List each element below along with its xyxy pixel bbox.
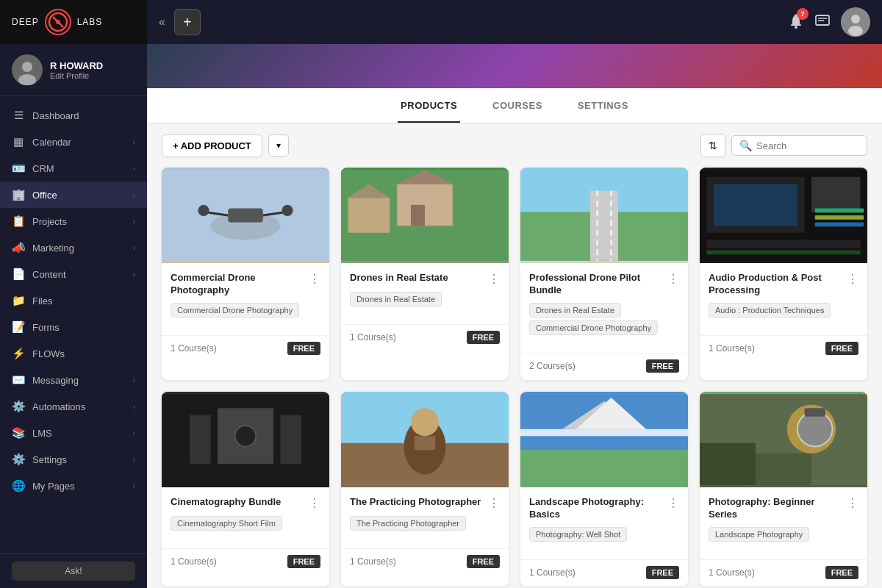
sidebar-item-messaging[interactable]: ✉️ Messaging ›: [0, 367, 147, 393]
svg-point-42: [235, 426, 257, 447]
chevron-right-icon: ›: [133, 403, 135, 411]
logo-text-right: LABS: [77, 17, 103, 27]
courses-count: 1 Course(s): [350, 332, 396, 343]
product-menu-button[interactable]: ⋮: [842, 272, 858, 286]
sidebar-item-marketing[interactable]: 📣 Marketing ›: [0, 234, 147, 261]
user-avatar-button[interactable]: [841, 7, 870, 37]
sidebar-item-label: Content: [32, 269, 66, 280]
chevron-right-icon: ›: [133, 270, 135, 279]
edit-profile-link[interactable]: Edit Profile: [50, 71, 103, 80]
chevron-right-icon: ›: [133, 456, 135, 464]
svg-point-46: [411, 408, 439, 436]
sidebar-item-office[interactable]: 🏢 Office ›: [0, 182, 147, 208]
svg-rect-36: [707, 240, 861, 248]
product-image: [162, 392, 329, 487]
tab-courses[interactable]: COURSES: [490, 90, 545, 123]
product-menu-button[interactable]: ⋮: [304, 496, 320, 510]
svg-point-57: [797, 412, 833, 447]
sidebar-item-projects[interactable]: 📋 Projects ›: [0, 208, 147, 234]
product-card: Photography: Beginner Series ⋮ Landscape…: [700, 392, 867, 587]
svg-point-6: [795, 26, 797, 29]
sidebar-item-lms[interactable]: 📚 LMS ›: [0, 420, 147, 446]
mypages-icon: 🌐: [12, 479, 25, 492]
card-footer: 1 Course(s) FREE: [162, 335, 329, 362]
courses-count: 1 Course(s): [709, 567, 755, 578]
card-body: Professional Drone Pilot Bundle ⋮ Drones…: [520, 263, 688, 347]
product-card: Cinematography Bundle ⋮ Cinematography S…: [162, 392, 329, 587]
sidebar-item-settings[interactable]: ⚙️ Settings ›: [0, 446, 147, 473]
product-tags: The Practicing Photographer: [350, 516, 500, 534]
product-card: Landscape Photography: Basics ⋮ Photogra…: [520, 392, 688, 587]
product-tags: Drones in Real Estate: [350, 292, 500, 309]
filter-button[interactable]: ⇅: [700, 134, 725, 157]
sidebar-item-label: Forms: [32, 322, 60, 333]
svg-rect-56: [756, 453, 811, 485]
sidebar-item-label: Office: [32, 190, 57, 201]
product-tag: Drones in Real Estate: [529, 303, 621, 318]
products-area: PRODUCTS COURSES SETTINGS + ADD PRODUCT …: [147, 88, 882, 588]
svg-rect-22: [348, 198, 390, 233]
office-icon: 🏢: [12, 188, 25, 201]
svg-point-17: [282, 205, 293, 216]
chevron-right-icon: ›: [133, 376, 135, 384]
svg-point-4: [22, 62, 32, 72]
sidebar-item-content[interactable]: 📄 Content ›: [0, 261, 147, 287]
automations-icon: ⚙️: [12, 400, 25, 413]
messages-button[interactable]: [814, 12, 831, 32]
add-product-label: + ADD PRODUCT: [173, 140, 251, 151]
collapse-sidebar-button[interactable]: «: [159, 15, 165, 29]
product-menu-button[interactable]: ⋮: [842, 496, 858, 510]
sidebar-item-dashboard[interactable]: ☰ Dashboard: [0, 102, 147, 129]
free-badge: FREE: [287, 555, 320, 568]
courses-count: 2 Course(s): [529, 361, 576, 371]
product-tags: Photography: Well Shot: [529, 527, 679, 545]
sidebar-item-flows[interactable]: ⚡ FLOWs: [0, 340, 147, 367]
card-body: Photography: Beginner Series ⋮ Landscape…: [700, 487, 867, 553]
product-menu-button[interactable]: ⋮: [663, 272, 679, 286]
svg-rect-33: [815, 209, 864, 213]
card-footer: 1 Course(s) FREE: [700, 335, 867, 362]
avatar: [12, 54, 43, 85]
sidebar-item-label: Calendar: [32, 137, 71, 148]
lms-icon: 📚: [12, 426, 25, 440]
sidebar-item-automations[interactable]: ⚙️ Automations ›: [0, 393, 147, 420]
tab-products[interactable]: PRODUCTS: [398, 90, 460, 123]
crm-icon: 🪪: [12, 162, 25, 175]
product-dropdown-button[interactable]: ▾: [268, 135, 289, 157]
svg-rect-13: [228, 209, 263, 223]
product-menu-button[interactable]: ⋮: [304, 272, 320, 286]
forms-icon: 📝: [12, 320, 25, 334]
tab-settings[interactable]: SETTINGS: [575, 90, 631, 123]
chevron-right-icon: ›: [133, 218, 135, 226]
add-product-button[interactable]: + ADD PRODUCT: [162, 135, 262, 157]
svg-rect-37: [707, 251, 861, 255]
free-badge: FREE: [646, 566, 679, 579]
sidebar-item-mypages[interactable]: 🌐 My Pages ›: [0, 473, 147, 499]
product-tag: Cinematography Short Film: [171, 516, 282, 531]
product-tag: Commercial Drone Photography: [171, 303, 299, 318]
sidebar-item-forms[interactable]: 📝 Forms: [0, 314, 147, 340]
search-input[interactable]: [756, 140, 859, 151]
sidebar-item-crm[interactable]: 🪪 CRM ›: [0, 155, 147, 182]
product-image: [162, 168, 329, 263]
sidebar-item-files[interactable]: 📁 Files: [0, 287, 147, 314]
svg-rect-26: [590, 191, 618, 261]
svg-rect-49: [520, 429, 688, 437]
product-tags: Landscape Photography: [709, 527, 858, 545]
dashboard-icon: ☰: [12, 109, 25, 122]
product-image: [341, 168, 509, 263]
product-menu-button[interactable]: ⋮: [663, 496, 679, 510]
svg-rect-41: [281, 415, 302, 465]
free-badge: FREE: [287, 342, 320, 355]
product-menu-button[interactable]: ⋮: [484, 496, 500, 510]
product-menu-button[interactable]: ⋮: [484, 272, 500, 286]
sidebar-item-calendar[interactable]: ▦ Calendar ›: [0, 129, 147, 155]
courses-count: 1 Course(s): [171, 556, 217, 567]
notification-count: 7: [797, 8, 808, 20]
notifications-button[interactable]: 7: [788, 12, 804, 32]
sidebar-item-label: Settings: [32, 454, 67, 465]
svg-rect-32: [811, 177, 861, 212]
ask-help-button[interactable]: Ask!: [12, 562, 135, 581]
add-button[interactable]: +: [174, 9, 201, 35]
product-image: [700, 168, 867, 263]
